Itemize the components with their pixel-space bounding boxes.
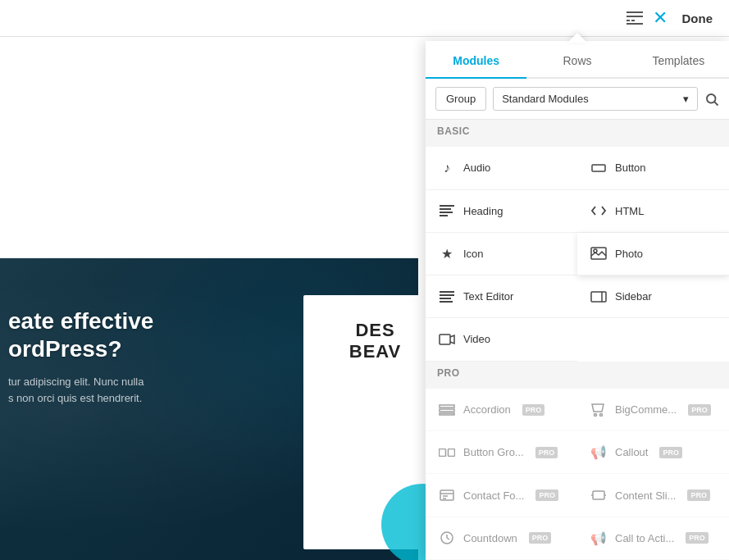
bigcommerce-pro-badge: PRO — [688, 404, 711, 416]
modules-panel: Modules Rows Templates Group Standard Mo… — [426, 41, 729, 560]
section-header-pro: Pro — [426, 362, 729, 389]
group-button[interactable]: Group — [435, 87, 486, 111]
svg-point-5 — [707, 94, 716, 103]
module-bigcommerce[interactable]: BigComme... PRO — [577, 389, 729, 431]
module-heading-label: Heading — [463, 205, 503, 217]
module-text-editor[interactable]: Text Editor — [426, 275, 577, 318]
module-photo-label: Photo — [615, 248, 643, 260]
modules-list: Basic ♪ Audio Button — [426, 120, 729, 560]
hero-body: tur adipiscing elit. Nunc nulla s non or… — [8, 374, 153, 406]
content-area-top — [0, 37, 418, 258]
svg-rect-14 — [440, 291, 454, 293]
content-slider-icon — [590, 487, 607, 503]
svg-rect-20 — [440, 335, 450, 344]
heading-icon — [439, 203, 455, 219]
svg-line-37 — [447, 538, 449, 540]
tab-templates[interactable]: Templates — [628, 44, 729, 77]
svg-rect-15 — [440, 294, 454, 296]
callout-pro-badge: PRO — [659, 447, 682, 458]
module-html-label: HTML — [615, 205, 644, 217]
search-button[interactable] — [704, 92, 719, 107]
module-countdown[interactable]: Countdown PRO — [426, 517, 577, 560]
module-photo[interactable]: Photo — [577, 233, 729, 275]
close-panel-button[interactable]: ✕ — [653, 7, 667, 29]
menu-icon-button[interactable] — [623, 8, 646, 28]
svg-rect-27 — [449, 448, 455, 456]
module-accordion-label: Accordion — [463, 403, 511, 416]
contact-form-pro-badge: PRO — [535, 489, 558, 501]
module-video-label: Video — [463, 333, 490, 345]
svg-rect-23 — [440, 413, 454, 415]
svg-rect-2 — [626, 20, 630, 21]
svg-rect-10 — [440, 212, 453, 213]
module-callout[interactable]: 📢 Callout PRO — [577, 431, 729, 474]
module-contact-form[interactable]: Contact Fo... PRO — [426, 474, 577, 517]
countdown-icon — [439, 530, 455, 546]
module-accordion[interactable]: Accordion PRO — [426, 389, 577, 431]
svg-rect-3 — [631, 20, 635, 21]
button-group-pro-badge: PRO — [535, 447, 558, 458]
panel-filter-row: Group Standard Modules ▾ — [426, 79, 729, 120]
module-button-label: Button — [615, 162, 646, 174]
text-editor-icon — [439, 289, 455, 305]
contact-form-icon — [439, 487, 455, 503]
module-text-editor-label: Text Editor — [463, 290, 513, 303]
svg-rect-21 — [440, 405, 454, 407]
section-header-basic: Basic — [426, 120, 729, 147]
svg-rect-1 — [626, 16, 643, 17]
svg-point-25 — [600, 413, 603, 416]
tab-modules[interactable]: Modules — [426, 44, 526, 77]
icon-module-icon: ★ — [439, 245, 455, 262]
module-countdown-label: Countdown — [463, 532, 517, 544]
svg-rect-0 — [626, 11, 643, 13]
module-html[interactable]: HTML — [577, 190, 729, 233]
svg-rect-22 — [440, 409, 454, 412]
module-content-slider-label: Content Sli... — [615, 489, 676, 502]
svg-rect-4 — [626, 23, 643, 25]
module-call-to-action-label: Call to Acti... — [615, 532, 674, 544]
module-heading[interactable]: Heading — [426, 190, 577, 233]
svg-rect-11 — [440, 215, 448, 216]
svg-line-6 — [714, 102, 718, 105]
bigcommerce-icon — [590, 402, 607, 418]
hero-heading: eate effective ordPress? — [8, 307, 153, 362]
top-toolbar: ✕ Done — [0, 0, 729, 37]
call-to-action-icon: 📢 — [590, 530, 607, 546]
module-button[interactable]: Button — [577, 147, 729, 189]
module-audio[interactable]: ♪ Audio — [426, 147, 577, 189]
module-sidebar[interactable]: Sidebar — [577, 275, 729, 318]
hero-section: eate effective ordPress? tur adipiscing … — [0, 307, 153, 406]
module-callout-label: Callout — [615, 446, 648, 458]
svg-rect-17 — [440, 301, 453, 303]
module-button-group-label: Button Gro... — [463, 446, 524, 458]
svg-rect-18 — [591, 292, 606, 302]
module-audio-label: Audio — [463, 162, 490, 174]
callout-icon: 📢 — [590, 444, 607, 461]
countdown-pro-badge: PRO — [529, 532, 552, 544]
module-call-to-action[interactable]: 📢 Call to Acti... PRO — [577, 517, 729, 560]
svg-rect-26 — [440, 448, 446, 456]
module-contact-form-label: Contact Fo... — [463, 489, 524, 502]
module-video[interactable]: Video — [426, 318, 577, 361]
module-group-select[interactable]: Standard Modules ▾ — [493, 87, 698, 111]
module-icon[interactable]: ★ Icon — [426, 233, 577, 275]
audio-icon: ♪ — [439, 160, 455, 176]
photo-icon — [590, 245, 607, 262]
sidebar-icon — [590, 289, 607, 305]
html-icon — [590, 203, 607, 219]
panel-tabs: Modules Rows Templates — [426, 41, 729, 79]
module-bigcommerce-label: BigComme... — [615, 403, 677, 416]
svg-rect-7 — [592, 165, 605, 171]
svg-rect-28 — [440, 490, 453, 500]
svg-rect-16 — [440, 298, 451, 299]
panel-arrow — [567, 33, 587, 43]
tab-rows[interactable]: Rows — [526, 44, 627, 77]
svg-rect-9 — [440, 208, 451, 210]
svg-rect-8 — [440, 205, 454, 207]
module-content-slider[interactable]: Content Sli... PRO — [577, 474, 729, 517]
button-group-icon — [439, 444, 455, 461]
done-button[interactable]: Done — [674, 7, 722, 30]
video-icon — [439, 331, 455, 348]
module-button-group[interactable]: Button Gro... PRO — [426, 431, 577, 474]
card-heading: DES BEAV — [320, 320, 431, 362]
